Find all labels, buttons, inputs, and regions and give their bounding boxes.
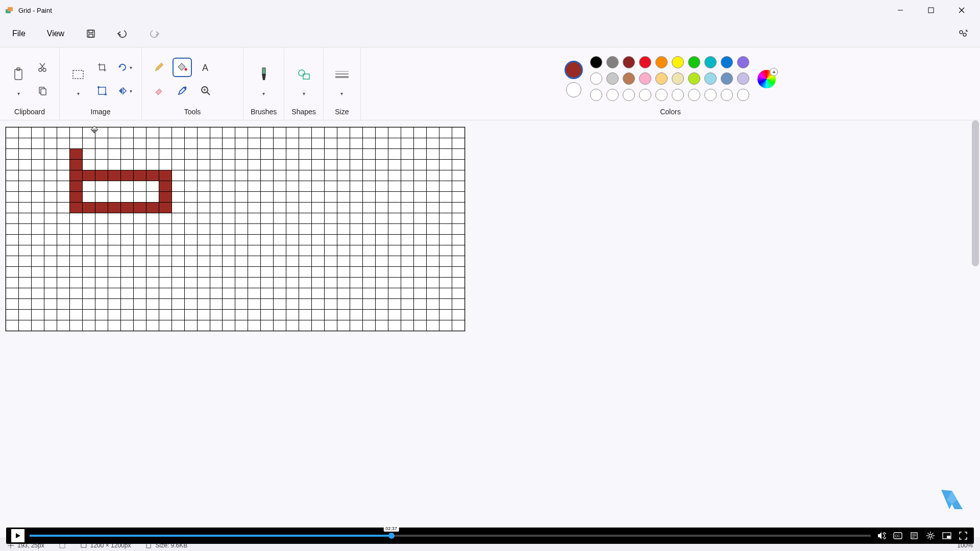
magnifier-tool[interactable] [196,81,215,101]
vertical-scrollbar[interactable] [972,120,979,266]
palette-color[interactable] [606,72,619,85]
group-image: ▾ ▾ ▾ Image [60,47,142,120]
group-shapes: ▾ Shapes [284,47,323,120]
color1-swatch[interactable] [565,61,583,79]
svg-rect-20 [99,87,106,94]
brush-button[interactable] [253,62,275,87]
menu-file[interactable]: File [9,26,29,41]
svg-rect-7 [89,30,93,33]
palette-color[interactable] [606,56,619,68]
svg-point-23 [185,68,187,71]
settings-button[interactable] [925,530,936,541]
captions-button[interactable]: CC [892,530,903,541]
pip-button[interactable] [941,530,952,541]
palette-color[interactable] [672,56,684,68]
palette-color[interactable] [721,72,733,85]
chevron-down-icon[interactable]: ▾ [262,91,265,96]
svg-rect-49 [947,536,950,538]
eraser-tool[interactable] [149,81,168,101]
tools-label: Tools [184,108,201,116]
svg-point-10 [963,33,966,36]
svg-rect-8 [89,34,93,37]
palette-color[interactable] [737,56,749,68]
palette-color[interactable] [672,72,684,85]
play-button[interactable] [11,529,24,542]
svg-text:A: A [202,63,208,73]
palette-color[interactable] [688,89,700,101]
palette-color[interactable] [737,72,749,85]
svg-rect-3 [928,8,934,13]
palette-color[interactable] [737,89,749,101]
resize-button[interactable] [92,81,112,101]
svg-rect-19 [73,70,83,79]
palette-color[interactable] [590,72,602,85]
edit-colors-button[interactable]: + [757,70,776,88]
copy-button[interactable] [33,81,52,101]
group-brushes: ▾ Brushes [243,47,284,120]
svg-point-47 [929,534,932,537]
flip-button[interactable]: ▾ [115,81,134,101]
fill-tool[interactable] [173,58,192,77]
palette-color[interactable] [623,56,635,68]
menu-view[interactable]: View [44,26,67,41]
close-button[interactable] [952,1,971,19]
svg-rect-6 [87,30,94,37]
maximize-button[interactable] [922,1,940,19]
minimize-button[interactable] [891,1,910,19]
transcript-button[interactable] [909,530,920,541]
pencil-tool[interactable] [149,58,168,77]
size-button[interactable] [331,62,353,87]
svg-rect-18 [41,89,46,95]
canvas[interactable] [5,127,465,332]
palette-color[interactable] [688,72,700,85]
select-button[interactable] [67,62,89,87]
video-player: 02:37 CC [6,528,974,544]
progress-bar[interactable]: 02:37 [30,535,871,537]
volume-button[interactable] [876,530,887,541]
undo-button[interactable] [114,26,131,42]
chevron-down-icon[interactable]: ▾ [77,91,80,96]
palette-color[interactable] [639,72,651,85]
chevron-down-icon[interactable]: ▾ [17,91,20,96]
palette-color[interactable] [688,56,700,68]
svg-point-31 [299,70,305,76]
palette-color[interactable] [639,89,651,101]
palette-color[interactable] [606,89,619,101]
svg-line-27 [207,92,210,95]
color-palette [590,56,750,102]
chevron-down-icon[interactable]: ▾ [340,91,343,96]
palette-color[interactable] [639,56,651,68]
palette-color[interactable] [655,89,668,101]
svg-point-22 [105,93,107,95]
group-colors: + Colors [361,47,980,120]
share-button[interactable] [954,26,971,42]
shapes-button[interactable] [292,62,315,87]
color2-swatch[interactable] [566,82,581,97]
chevron-down-icon[interactable]: ▾ [303,91,305,96]
palette-color[interactable] [721,56,733,68]
fullscreen-button[interactable] [958,530,969,541]
palette-color[interactable] [590,89,602,101]
text-tool[interactable]: A [196,58,215,77]
palette-color[interactable] [655,56,668,68]
picker-tool[interactable] [173,81,192,101]
palette-color[interactable] [704,89,717,101]
palette-color[interactable] [704,72,717,85]
plus-icon: + [770,68,778,76]
palette-color[interactable] [623,89,635,101]
redo-button [146,26,162,42]
cut-button[interactable] [33,58,52,77]
palette-color[interactable] [672,89,684,101]
svg-rect-30 [262,68,265,74]
crop-button[interactable] [92,58,112,77]
group-size: ▾ Size [324,47,361,120]
paste-button[interactable] [7,62,30,87]
palette-color[interactable] [721,89,733,101]
palette-color[interactable] [704,56,717,68]
palette-color[interactable] [590,56,602,68]
svg-point-25 [184,87,187,89]
palette-color[interactable] [623,72,635,85]
palette-color[interactable] [655,72,668,85]
rotate-button[interactable]: ▾ [115,58,134,77]
save-button[interactable] [83,26,99,42]
